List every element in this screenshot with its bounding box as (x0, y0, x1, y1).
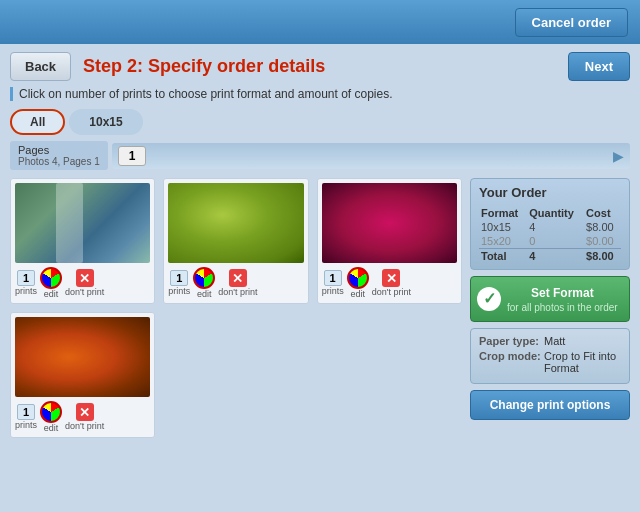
edit-button-2[interactable] (193, 267, 215, 289)
dont-print-button-1[interactable]: ✕ (76, 269, 94, 287)
row1-qty: 4 (527, 220, 584, 234)
pages-bar: Pages Photos 4, Pages 1 1 ▶ (10, 141, 630, 170)
row1-cost: $8.00 (584, 220, 621, 234)
tabs-row: All 10x15 (10, 109, 630, 135)
page-next-icon[interactable]: ▶ (613, 148, 624, 164)
next-button[interactable]: Next (568, 52, 630, 81)
order-total-row: Total 4 $8.00 (479, 249, 621, 264)
col-quantity: Quantity (527, 206, 584, 220)
print-count-group-3: 1 prints (322, 270, 344, 296)
dont-print-label-4: don't print (65, 421, 104, 431)
dont-print-label-1: don't print (65, 287, 104, 297)
row2-qty: 0 (527, 234, 584, 249)
photo-controls-4: 1 prints edit ✕ don't print (15, 401, 150, 433)
col-cost: Cost (584, 206, 621, 220)
order-title: Your Order (479, 185, 621, 200)
order-table: Format Quantity Cost 10x15 4 $8.00 15x20 (479, 206, 621, 263)
edit-label-1: edit (44, 289, 59, 299)
photo-thumb-waterfall (15, 183, 150, 263)
total-qty: 4 (527, 249, 584, 264)
edit-label-4: edit (44, 423, 59, 433)
dont-print-button-2[interactable]: ✕ (229, 269, 247, 287)
content-layout: 1 prints edit ✕ don't print (10, 178, 630, 438)
page-number: 1 (118, 146, 147, 166)
checkmark-icon: ✓ (477, 287, 501, 311)
print-count-3[interactable]: 1 (324, 270, 342, 286)
dont-print-group-4: ✕ don't print (65, 403, 104, 431)
photos-grid-row1: 1 prints edit ✕ don't print (10, 178, 462, 304)
header-row: Back Step 2: Specify order details Next (10, 52, 630, 81)
step-title: Step 2: Specify order details (83, 56, 556, 77)
print-count-group-4: 1 prints (15, 404, 37, 430)
back-button[interactable]: Back (10, 52, 71, 81)
edit-group-2: edit (193, 267, 215, 299)
photo-item-4: 1 prints edit ✕ don't print (10, 312, 155, 438)
paper-type-label: Paper type: (479, 335, 544, 347)
change-print-options-button[interactable]: Change print options (470, 390, 630, 420)
page-nav-bar: 1 ▶ (112, 143, 630, 169)
crop-mode-value: Crop to Fit into Format (544, 350, 621, 374)
prints-label-4: prints (15, 420, 37, 430)
edit-button-1[interactable] (40, 267, 62, 289)
prints-label-3: prints (322, 286, 344, 296)
pages-sub: Photos 4, Pages 1 (18, 156, 100, 167)
main-area: Back Step 2: Specify order details Next … (0, 44, 640, 446)
dont-print-button-3[interactable]: ✕ (382, 269, 400, 287)
crop-mode-label: Crop mode: (479, 350, 544, 374)
sidebar: Your Order Format Quantity Cost 10x15 4 (470, 178, 630, 438)
order-panel: Your Order Format Quantity Cost 10x15 4 (470, 178, 630, 270)
edit-label-3: edit (350, 289, 365, 299)
dont-print-group-2: ✕ don't print (218, 269, 257, 297)
prints-label-2: prints (168, 286, 190, 296)
pages-label: Pages Photos 4, Pages 1 (10, 141, 108, 170)
print-count-1[interactable]: 1 (17, 270, 35, 286)
photo-controls-3: 1 prints edit ✕ don't print (322, 267, 457, 299)
set-format-text-group: Set Format for all photos in the order (507, 285, 618, 313)
total-cost: $8.00 (584, 249, 621, 264)
print-count-2[interactable]: 1 (170, 270, 188, 286)
photo-item-1: 1 prints edit ✕ don't print (10, 178, 155, 304)
paper-type-row: Paper type: Matt (479, 335, 621, 347)
photo-item-3: 1 prints edit ✕ don't print (317, 178, 462, 304)
photo-controls-1: 1 prints edit ✕ don't print (15, 267, 150, 299)
photos-area: 1 prints edit ✕ don't print (10, 178, 462, 438)
paper-type-value: Matt (544, 335, 565, 347)
total-label: Total (479, 249, 527, 264)
print-count-group-2: 1 prints (168, 270, 190, 296)
order-row-1: 10x15 4 $8.00 (479, 220, 621, 234)
photos-grid-row2: 1 prints edit ✕ don't print (10, 312, 462, 438)
pages-title: Pages (18, 144, 100, 156)
dont-print-group-1: ✕ don't print (65, 269, 104, 297)
tab-all[interactable]: All (10, 109, 65, 135)
cancel-order-button[interactable]: Cancel order (515, 8, 628, 37)
edit-group-4: edit (40, 401, 62, 433)
row1-format: 10x15 (479, 220, 527, 234)
instruction-text: Click on number of prints to choose prin… (10, 87, 630, 101)
col-format: Format (479, 206, 527, 220)
paper-info-panel: Paper type: Matt Crop mode: Crop to Fit … (470, 328, 630, 384)
photo-thumb-flower (322, 183, 457, 263)
edit-group-1: edit (40, 267, 62, 299)
set-format-sub: for all photos in the order (507, 302, 618, 313)
print-count-group-1: 1 prints (15, 270, 37, 296)
order-row-2: 15x20 0 $0.00 (479, 234, 621, 249)
crop-mode-row: Crop mode: Crop to Fit into Format (479, 350, 621, 374)
dont-print-group-3: ✕ don't print (372, 269, 411, 297)
edit-group-3: edit (347, 267, 369, 299)
print-count-4[interactable]: 1 (17, 404, 35, 420)
photo-item-2: 1 prints edit ✕ don't print (163, 178, 308, 304)
prints-label-1: prints (15, 286, 37, 296)
dont-print-button-4[interactable]: ✕ (76, 403, 94, 421)
set-format-button[interactable]: ✓ Set Format for all photos in the order (470, 276, 630, 322)
row2-format: 15x20 (479, 234, 527, 249)
tab-10x15[interactable]: 10x15 (69, 109, 142, 135)
dont-print-label-2: don't print (218, 287, 257, 297)
edit-label-2: edit (197, 289, 212, 299)
set-format-label: Set Format (531, 286, 594, 300)
photo-controls-2: 1 prints edit ✕ don't print (168, 267, 303, 299)
photo-thumb-leaves (168, 183, 303, 263)
photo-thumb-autumn (15, 317, 150, 397)
dont-print-label-3: don't print (372, 287, 411, 297)
edit-button-3[interactable] (347, 267, 369, 289)
edit-button-4[interactable] (40, 401, 62, 423)
